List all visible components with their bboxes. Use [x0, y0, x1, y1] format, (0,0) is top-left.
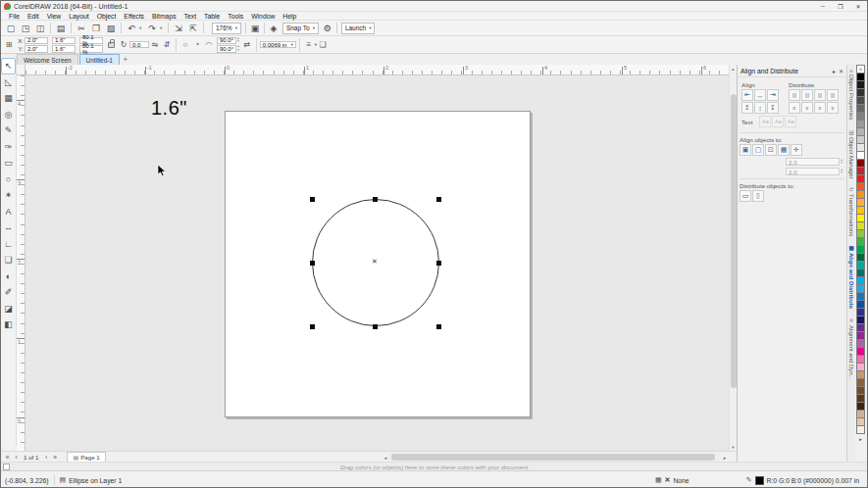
selection-handle[interactable] [436, 324, 441, 329]
palette-flyout-icon[interactable]: ▸ [859, 436, 862, 442]
mirror-horizontal-button[interactable]: ⇋ [149, 39, 161, 51]
vertical-scrollbar[interactable]: ▴ ▾ [729, 65, 737, 451]
menu-window[interactable]: Window [247, 13, 279, 20]
ellipse-mode-button[interactable]: ○ [179, 39, 191, 51]
scale-vertical-input[interactable]: 80.1 % [79, 45, 103, 53]
distribute-spacing-vertically-icon[interactable]: ≡ [814, 102, 826, 114]
previous-page-button[interactable]: ‹ [12, 454, 21, 461]
document-palette-icon[interactable]: ▦ [655, 476, 662, 484]
undo-icon[interactable]: ↶ [125, 22, 138, 34]
align-to-grid-icon[interactable]: ▦ [778, 144, 790, 156]
align-right-edges-icon[interactable]: ⇥ [767, 89, 779, 101]
shape-tool[interactable]: ◺ [1, 74, 16, 91]
align-centers-horizontally-icon[interactable]: ↔ [754, 89, 766, 101]
side-tab-object-manager[interactable]: ▤Object Manager [848, 129, 854, 179]
distribute-left-edges-icon[interactable]: ||| [789, 89, 800, 101]
side-tab-object-properties[interactable]: ≡Object Properties [848, 70, 854, 121]
minimize-button[interactable]: ─ [814, 1, 832, 11]
menu-effects[interactable]: Effects [120, 13, 148, 20]
distribute-centers-horizontally-icon[interactable]: ||| [801, 89, 813, 101]
last-page-button[interactable]: » [50, 454, 59, 461]
side-tab-alignment-and-dyn-[interactable]: ✛Alignment and Dyn... [848, 317, 854, 380]
side-tab-align-and-distribute[interactable]: ▦Align and Distribute [848, 245, 854, 309]
interactive-fill-tool[interactable]: ◪ [1, 301, 16, 317]
horizontal-scroll-thumb[interactable] [391, 454, 715, 461]
cut-icon[interactable]: ✂ [75, 22, 88, 34]
mirror-vertical-button[interactable]: ⇵ [161, 39, 173, 51]
scroll-left-icon[interactable]: ◂ [382, 455, 389, 461]
object-height-input[interactable]: 1.6" [52, 45, 76, 53]
object-width-input[interactable]: 1.6" [52, 37, 76, 45]
docker-flyout-icon[interactable]: ▸ [833, 68, 836, 74]
parallel-dimension-tool[interactable]: ↔ [1, 220, 16, 236]
distribute-right-edges-icon[interactable]: ||| [827, 89, 839, 101]
selection-handle[interactable] [436, 197, 441, 202]
snap-toggle-icon[interactable]: ◈ [267, 22, 281, 34]
object-x-input[interactable]: 2.0" [25, 37, 48, 45]
transparency-tool[interactable]: ◐ [1, 268, 16, 285]
lock-ratio-icon[interactable] [108, 42, 115, 48]
align-top-edges-icon[interactable]: ↥ [741, 102, 753, 114]
menu-file[interactable]: File [5, 13, 24, 20]
distribute-to-extent-of-page-icon[interactable]: ▯ [752, 190, 764, 202]
ellipse-tool[interactable]: ○ [1, 171, 16, 188]
selection-handle[interactable] [310, 261, 315, 266]
align-to-specified-point-icon[interactable]: ✛ [791, 144, 802, 156]
color-eyedropper-tool[interactable]: ✐ [1, 284, 16, 301]
horizontal-scroll-track[interactable] [389, 454, 721, 461]
selection-handle[interactable] [436, 261, 441, 266]
distribute-top-edges-icon[interactable]: ≡ [789, 102, 800, 114]
scroll-up-icon[interactable]: ▴ [730, 65, 737, 73]
align-to-active-objects-icon[interactable]: ▣ [740, 144, 751, 156]
pie-mode-button[interactable]: ◔ [191, 39, 203, 51]
menu-help[interactable]: Help [279, 13, 300, 20]
horizontal-ruler[interactable]: -2-10123456 [26, 65, 729, 75]
zoom-level-select[interactable]: 176% ▾ [212, 23, 241, 34]
crop-tool[interactable]: ▦ [1, 90, 16, 107]
distribute-spacing-horizontally-icon[interactable]: ||| [814, 89, 826, 101]
document-palette-bar[interactable]: Drag colors (or objects) here to store t… [1, 462, 867, 470]
maximize-button[interactable]: ❐ [832, 1, 849, 11]
align-point-x-input[interactable]: 2.0 [786, 158, 840, 166]
align-to-page-center-icon[interactable]: ⊡ [765, 144, 777, 156]
menu-edit[interactable]: Edit [24, 13, 43, 20]
redo-icon-caret[interactable]: ▾ [160, 25, 165, 30]
document-tab-welcome-screen[interactable]: Welcome Screen [17, 54, 78, 65]
zoom-tool[interactable]: ◎ [1, 107, 16, 123]
distribute-centers-vertically-icon[interactable]: ≡ [801, 102, 813, 114]
add-document-tab-button[interactable]: + [121, 54, 130, 65]
import-icon[interactable]: ⇲ [172, 22, 185, 34]
next-page-button[interactable]: › [41, 454, 50, 461]
open-icon[interactable]: ◳ [19, 22, 32, 34]
outline-width-select[interactable]: 0.0069 in ▾ [260, 41, 296, 49]
side-tab-transformations[interactable]: ↻Transformations [848, 187, 854, 236]
spin-down-icon[interactable]: ▾ [841, 162, 842, 166]
polygon-tool[interactable]: ✶ [1, 187, 16, 204]
menu-object[interactable]: Object [93, 13, 121, 20]
menu-table[interactable]: Table [200, 13, 224, 20]
redo-icon[interactable]: ↷ [145, 22, 159, 34]
menu-bitmaps[interactable]: Bitmaps [148, 13, 180, 20]
menu-tools[interactable]: Tools [224, 13, 247, 20]
ruler-origin-corner[interactable] [17, 65, 26, 75]
horizontal-scrollbar[interactable]: ◂ ▸ [382, 453, 729, 462]
print-icon[interactable]: ▤ [54, 22, 68, 34]
close-button[interactable]: ✕ [849, 1, 867, 11]
object-y-input[interactable]: 2.0" [25, 45, 48, 53]
starting-angle-input[interactable]: 90.0° [217, 37, 236, 45]
to-front-button[interactable]: ❏ [317, 39, 329, 51]
save-icon[interactable]: ◫ [33, 22, 47, 34]
selection-handle[interactable] [373, 197, 378, 202]
align-left-edges-icon[interactable]: ⇤ [741, 89, 753, 101]
new-document-icon[interactable]: ▢ [4, 22, 18, 34]
change-direction-button[interactable]: ⇄ [241, 39, 253, 51]
canvas-viewport[interactable]: ✕ 1.6" [26, 75, 729, 451]
spin-down-icon[interactable]: ▾ [237, 49, 239, 53]
ending-angle-input[interactable]: 90.0° [217, 45, 236, 53]
vertical-ruler[interactable]: 43210 [17, 75, 26, 451]
undo-icon-caret[interactable]: ▾ [139, 25, 144, 30]
artistic-media-tool[interactable]: ✑ [1, 139, 16, 156]
scroll-down-icon[interactable]: ▾ [730, 443, 737, 451]
pick-tool[interactable]: ↖ [1, 58, 16, 74]
smart-fill-tool[interactable]: ◧ [1, 317, 16, 333]
